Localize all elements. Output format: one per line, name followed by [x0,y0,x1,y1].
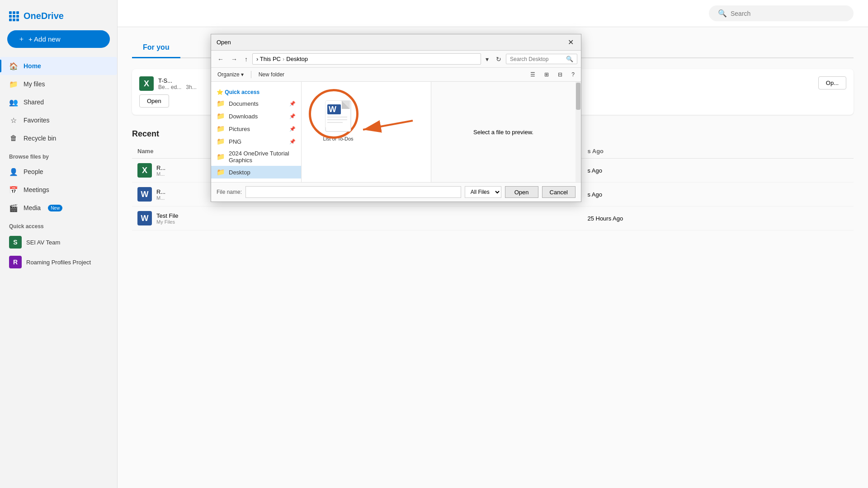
dialog-search-icon: 🔍 [566,56,573,62]
dialog-sidebar-2024-tutorial[interactable]: 📁 2024 OneDrive Tutorial Graphics [211,148,301,166]
downloads-pin-icon: 📌 [289,113,296,119]
dialog-cancel-button[interactable]: Cancel [542,186,576,198]
home-icon: 🏠 [9,61,18,70]
tab-for-you[interactable]: For you [132,38,180,58]
nav-up-button[interactable]: ↑ [242,54,250,65]
new-folder-button[interactable]: New folder [256,70,287,80]
dialog-sidebar-desktop[interactable]: 📁 Desktop [211,166,301,178]
sidebar-item-home[interactable]: 🏠 Home [0,57,117,75]
sidebar: OneDrive ＋ + Add new 🏠 Home 📁 My files 👥… [0,0,118,488]
documents-pin-icon: 📌 [289,101,296,107]
desktop-folder-icon: 📁 [217,168,225,176]
tutorial-label: 2024 OneDrive Tutorial Graphics [229,150,296,164]
toolbar-separator [251,71,251,78]
pictures-label: Pictures [229,126,250,132]
row1-time: s Ago [582,159,854,183]
breadcrumb-root[interactable]: › This PC [256,56,281,62]
dialog-sidebar: ⭐ Quick access 📁 Documents 📌 📁 Downloads… [211,82,302,182]
dialog-sidebar-png[interactable]: 📁 PNG 📌 [211,135,301,148]
add-new-button[interactable]: ＋ + Add new [7,30,110,48]
row3-sub: My Files [156,219,178,225]
recyclebin-icon: 🗑 [9,134,18,143]
card1-icon: X [139,76,154,91]
add-new-icon: ＋ [18,35,25,43]
scrollbar-thumb[interactable] [576,83,580,110]
dialog-sidebar-section-quick-access: ⭐ Quick access [211,85,301,97]
roaming-profiles-label: Roaming Profiles Project [26,259,91,266]
sidebar-item-people[interactable]: 👤 People [0,163,117,181]
help-button[interactable]: ? [569,70,577,80]
myfiles-label: My files [24,80,45,88]
sidebar-item-favorites[interactable]: ☆ Favorites [0,111,117,129]
view-pane-button[interactable]: ⊟ [555,70,565,80]
nav-back-button[interactable]: ← [215,54,226,65]
breadcrumb-bar: › This PC › Desktop [252,53,481,65]
row1-sub: M... [156,171,165,177]
breadcrumb-sep: › [283,56,284,62]
png-pin-icon: 📌 [289,139,296,145]
search-input[interactable] [731,10,844,17]
card1-open-button[interactable]: Open [139,94,169,108]
dialog-sidebar-documents[interactable]: 📁 Documents 📌 [211,97,301,110]
qa-item-sei-av-team[interactable]: S SEI AV Team [0,232,117,252]
view-list-button[interactable]: ☰ [528,70,538,80]
favorites-label: Favorites [24,117,50,124]
card2-open-button[interactable]: Op... [818,76,846,89]
word-file-svg: W [325,100,352,132]
search-icon: 🔍 [718,9,727,18]
card1-title: T-S... [158,77,197,84]
breadcrumb-current[interactable]: Desktop [286,56,308,62]
shared-label: Shared [24,99,44,106]
featured-file[interactable]: W List of To-Dos [318,98,359,141]
quick-access-star-icon: ⭐ [217,89,223,95]
roaming-profiles-icon: R [9,256,22,268]
dialog-sidebar-pictures[interactable]: 📁 Pictures 📌 [211,122,301,135]
dialog-open-button[interactable]: Open [505,186,538,198]
file-name-input[interactable] [245,186,461,198]
row2-icon: W [137,187,152,202]
row3-title: Test File [156,212,178,219]
file-type-select[interactable]: All Files [465,186,501,198]
favorites-icon: ☆ [9,116,18,125]
app-logo: OneDrive [0,7,117,30]
sei-av-label: SEI AV Team [26,239,60,246]
pictures-folder-icon: 📁 [217,125,225,133]
file-open-dialog: Open ✕ ← → ↑ › This PC › Desktop ▾ ↻ 🔍 O… [211,34,581,202]
dialog-close-button[interactable]: ✕ [566,38,576,47]
sidebar-item-meetings[interactable]: 📅 Meetings [0,181,117,199]
downloads-folder-icon: 📁 [217,112,225,120]
waffle-icon[interactable] [9,11,19,21]
dialog-search-box[interactable]: 🔍 [506,54,577,64]
dialog-scrollbar[interactable] [576,82,581,182]
add-new-label: + Add new [28,35,60,43]
dialog-title: Open [217,39,231,46]
sidebar-item-shared[interactable]: 👥 Shared [0,93,117,111]
row2-time: s Ago [582,183,854,206]
media-icon: 🎬 [9,203,18,212]
preview-pane: Select a file to preview. [431,82,576,182]
dialog-sidebar-downloads[interactable]: 📁 Downloads 📌 [211,110,301,122]
qa-item-roaming-profiles[interactable]: R Roaming Profiles Project [0,252,117,272]
sidebar-item-recyclebin[interactable]: 🗑 Recycle bin [0,129,117,147]
meetings-label: Meetings [24,186,49,193]
view-grid-button[interactable]: ⊞ [542,70,552,80]
search-box[interactable]: 🔍 [709,5,854,21]
row1-icon: X [137,163,152,178]
nav-refresh-button[interactable]: ↻ [493,54,504,65]
png-folder-icon: 📁 [217,137,225,145]
dialog-nav-bar: ← → ↑ › This PC › Desktop ▾ ↻ 🔍 [211,51,581,68]
dialog-search-input[interactable] [510,56,564,62]
media-new-badge: New [48,205,62,211]
documents-folder-icon: 📁 [217,99,225,108]
nav-dropdown-button[interactable]: ▾ [483,54,491,65]
organize-button[interactable]: Organize ▾ [215,70,246,80]
browse-section-header: Browse files by [0,147,117,163]
row2-title: R... [156,188,165,195]
sidebar-item-media[interactable]: 🎬 Media New [0,199,117,217]
row3-col3 [498,206,582,230]
nav-forward-button[interactable]: → [228,54,240,65]
row2-sub: M... [156,195,165,201]
svg-line-10 [363,121,413,130]
sei-av-icon: S [9,236,22,249]
sidebar-item-myfiles[interactable]: 📁 My files [0,75,117,93]
